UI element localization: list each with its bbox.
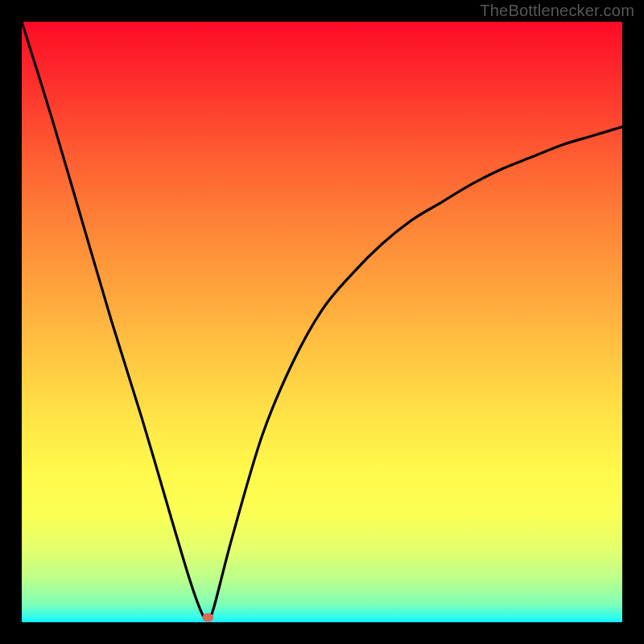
plot-area	[22, 22, 622, 622]
watermark-text: TheBottlenecker.com	[480, 2, 634, 20]
chart-frame: TheBottlenecker.com	[0, 0, 644, 644]
optimum-marker	[202, 613, 213, 622]
bottleneck-curve	[22, 22, 622, 620]
curve-svg	[22, 22, 622, 622]
